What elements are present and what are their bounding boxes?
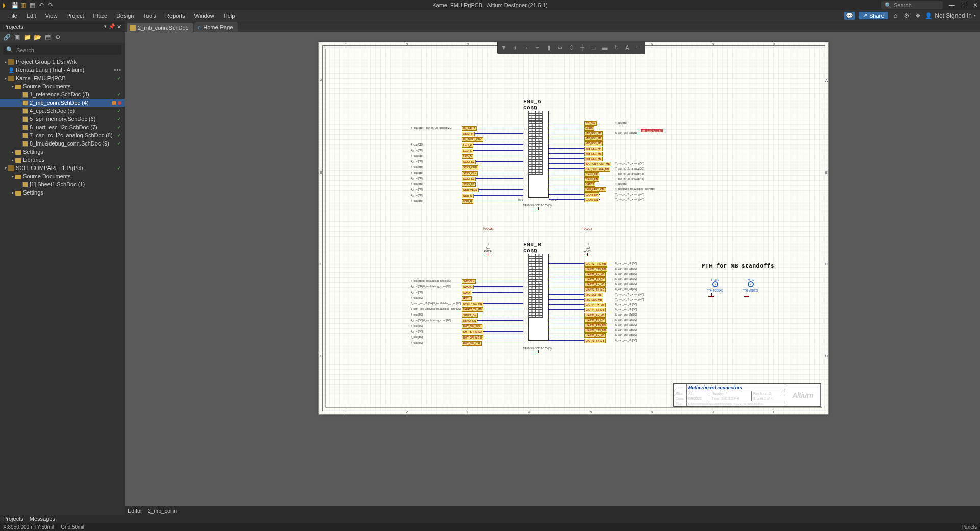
net-label[interactable]: UART2_RTS_MB (584, 262, 607, 267)
net-label[interactable]: CAN2_DN (584, 198, 599, 202)
net-label[interactable]: MB_ESC_M1 (584, 131, 603, 136)
menu-edit[interactable]: Edit (22, 12, 40, 20)
net-label[interactable]: SWO (462, 291, 471, 295)
net-label[interactable]: LED_G (462, 149, 473, 153)
comment-icon[interactable]: 💬 (844, 12, 855, 20)
net-label[interactable]: USB_VBUS (462, 188, 479, 192)
minimize-button[interactable]: — (949, 2, 955, 9)
net-wire[interactable] (472, 150, 523, 151)
net-label[interactable]: EXT_SPI_MOSI (462, 335, 483, 340)
open-icon[interactable]: ▥ (20, 2, 28, 9)
tree-gear-icon[interactable]: ⚙ (54, 34, 61, 41)
net-label[interactable]: UART2_CTS_MB (584, 267, 607, 272)
net-label[interactable]: MB_ESC_M6 (584, 157, 603, 161)
net-label[interactable]: I2C_SCL_MB (584, 293, 603, 297)
net-label[interactable]: SDIO_CLK (462, 171, 478, 176)
refresh-icon[interactable]: ▣ (13, 34, 20, 41)
undo-icon[interactable]: ↶ (39, 2, 46, 9)
tree-item[interactable]: ▾SCH_COMPARE_1.PrjPcb✓ (0, 164, 125, 172)
net-label[interactable]: GPIO2 (584, 182, 595, 187)
net-label[interactable]: BI_PWR1_ONV (462, 137, 483, 142)
cap-c1[interactable]: ⟘C1100nF (484, 243, 493, 252)
menu-window[interactable]: Window (190, 12, 218, 20)
panels-button[interactable]: Panels (961, 524, 977, 530)
net-wire[interactable] (472, 178, 523, 179)
net-label[interactable]: UART2_TX_MB (584, 277, 606, 282)
tree-item[interactable]: ▸Project Group 1.DsnWrk (0, 58, 125, 66)
net-label[interactable]: SWDIO (462, 285, 474, 289)
tree-item[interactable]: 6_uart_esc_i2c.SchDoc (7)✓ (0, 123, 125, 131)
net-label[interactable]: UART4_RX_MB (584, 303, 606, 307)
net-label[interactable]: SDIO_D1 (462, 182, 476, 187)
net-label[interactable]: SDIO_D0 (462, 177, 476, 181)
editor-doc[interactable]: 2_mb_conn (148, 508, 177, 514)
net-label[interactable]: SS_SW (584, 121, 597, 126)
schematic-sheet[interactable]: 1122334455667788AABBCCDD FMU_A conn CN1 … (318, 42, 829, 415)
expander-icon[interactable]: ▸ (10, 150, 15, 154)
panel-pin-icon[interactable]: 📌 (109, 23, 115, 30)
net-label[interactable]: UART1_TX_MB (584, 339, 606, 343)
net-label[interactable]: UART3_TX_MB (584, 287, 606, 292)
expander-icon[interactable]: ▸ (3, 60, 8, 64)
align-left-icon[interactable]: ⫞ (510, 42, 520, 53)
net-label[interactable]: BI_INPUT (462, 126, 477, 131)
pin-cell[interactable]: 50 (535, 172, 543, 175)
net-label[interactable]: EXT_SPI_CS1 (462, 341, 482, 346)
net-label[interactable]: UART3_RX_MB (584, 282, 606, 287)
tree-item[interactable]: ▸Settings (0, 188, 125, 197)
menu-view[interactable]: View (41, 12, 62, 20)
net-label[interactable]: UART1_RX_MB (584, 333, 606, 338)
distribute-v-icon[interactable]: ⇕ (566, 42, 576, 53)
more-icon[interactable]: ••• (114, 67, 121, 73)
net-label[interactable]: BAT_VOLTAGE_MB (584, 167, 610, 172)
net-wire[interactable] (472, 201, 523, 201)
net-wire[interactable] (472, 195, 523, 196)
tree-folder-icon[interactable]: 📁 (23, 34, 31, 41)
net-label[interactable]: UART1_CTS_MB (584, 328, 607, 333)
net-label[interactable]: CAN1_DP (584, 172, 599, 177)
pth2[interactable]: PTH2 PTH-M2D5X5 (743, 278, 758, 296)
menu-file[interactable]: File (4, 12, 21, 20)
net-label[interactable]: MB_ESC_M4 (584, 147, 603, 151)
net-label[interactable]: SDIO_CMD (462, 165, 478, 170)
link-icon[interactable]: 🔗 (3, 34, 10, 41)
ungroup-icon[interactable]: ▬ (600, 42, 610, 53)
net-label[interactable]: UART8_RX_MB (584, 313, 606, 318)
tree-folder2-icon[interactable]: 📂 (34, 34, 41, 41)
net-label[interactable]: I2C_SDA_MB (584, 298, 603, 302)
net-wire[interactable] (472, 133, 523, 134)
net-wire[interactable] (472, 156, 523, 156)
net-wire[interactable] (472, 281, 523, 281)
net-wire[interactable] (472, 320, 523, 321)
net-wire[interactable] (472, 161, 523, 162)
net-label[interactable]: SDIO_D2 (462, 160, 476, 164)
net-label[interactable]: RSSI_IN (462, 132, 475, 136)
rotate-icon[interactable]: ↻ (611, 42, 621, 53)
pin-cell[interactable]: 49 (528, 172, 535, 175)
net-label[interactable]: UART7_RX_MB (462, 302, 483, 306)
tree-item[interactable]: [1] Sheet1.SchDoc (1) (0, 180, 125, 188)
panel-dropdown-icon[interactable]: ▾ (104, 23, 107, 30)
tree-item[interactable]: ▾Source Documents (0, 172, 125, 180)
net-label[interactable]: UART2_RX_MB (584, 272, 606, 277)
net-label[interactable]: UART8_TX_MB (584, 318, 606, 323)
tree-doc-icon[interactable]: ▤ (44, 34, 51, 41)
net-label[interactable]: RSTn (462, 296, 472, 301)
net-label[interactable]: EXT_SPI_SCK (462, 324, 482, 329)
menu-design[interactable]: Design (112, 12, 138, 20)
pth1[interactable]: PTH1 PTH-M2D5X5 (707, 278, 723, 296)
pin-cell[interactable]: 50 (535, 315, 543, 318)
cap-c2[interactable]: ⟘C2100nF (583, 243, 592, 252)
net-wire[interactable] (472, 167, 523, 167)
notifications-icon[interactable]: ❖ (914, 12, 922, 20)
redo-icon[interactable]: ↷ (48, 2, 55, 9)
net-label[interactable]: XLED (584, 126, 594, 131)
net-wire[interactable] (472, 292, 523, 293)
net-label[interactable]: SPWR_ON (462, 313, 478, 318)
tree-item[interactable]: 👤Renata Lang (Trial - Altium)••• (0, 66, 125, 74)
tab-projects[interactable]: Projects (3, 516, 23, 522)
share-button[interactable]: ↗Share (859, 12, 888, 19)
schematic-canvas[interactable]: ▼ ⫞ ⫠ ⫟ ▮ ⇔ ⇕ ┼ ▭ ▬ ↻ A ⋯ 11223344556677… (125, 32, 980, 506)
net-wire[interactable] (472, 189, 523, 190)
settings-icon[interactable]: ⚙ (902, 12, 911, 20)
